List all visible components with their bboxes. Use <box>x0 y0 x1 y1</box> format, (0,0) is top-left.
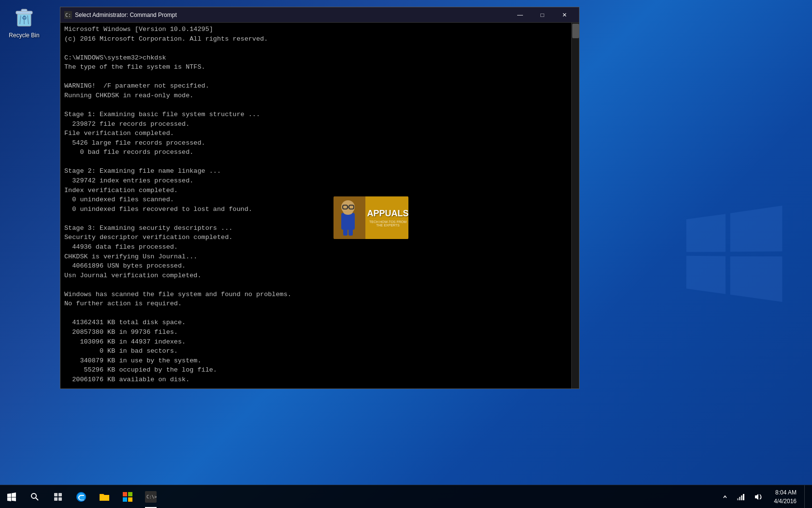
windows-logo-icon <box>7 493 16 501</box>
taskbar-apps: C:\> <box>70 485 162 508</box>
svg-rect-24 <box>128 492 132 496</box>
appuals-logo: APPUALS TECH HOW-TOS FROMTHE EXPERTS <box>334 196 408 239</box>
cmd-title-text: Select Administrator: Command Prompt <box>75 12 509 18</box>
taskbar-store[interactable] <box>116 485 139 508</box>
appuals-tagline: TECH HOW-TOS FROMTHE EXPERTS <box>369 220 406 227</box>
desktop: ♻ Recycle Bin C: Select Administrator: C… <box>0 0 812 508</box>
cmd-scrollbar[interactable] <box>571 23 579 388</box>
show-desktop-button[interactable] <box>804 485 808 508</box>
file-explorer-icon <box>99 491 110 503</box>
maximize-button[interactable]: □ <box>532 7 553 23</box>
svg-rect-21 <box>54 497 58 501</box>
svg-rect-20 <box>58 493 62 496</box>
svg-point-17 <box>31 493 36 498</box>
cmd-output[interactable]: Microsoft Windows [Version 10.0.14295] (… <box>60 23 571 388</box>
close-button[interactable]: ✕ <box>554 7 575 23</box>
svg-rect-26 <box>128 497 132 502</box>
network-icon <box>737 493 745 500</box>
cmd-titlebar-icon: C: <box>64 11 72 19</box>
svg-point-11 <box>343 209 353 215</box>
cmd-window: C: Select Administrator: Command Prompt … <box>60 7 580 389</box>
svg-rect-25 <box>123 497 127 502</box>
search-button[interactable] <box>23 485 46 508</box>
svg-rect-32 <box>743 494 744 500</box>
recycle-bin-svg: ♻ <box>13 5 36 28</box>
recycle-bin-label: Recycle Bin <box>5 32 44 40</box>
taskbar-file-explorer[interactable] <box>93 485 116 508</box>
windows-store-icon <box>122 491 133 503</box>
clock-time: 8:04 AM <box>775 488 797 497</box>
svg-rect-2 <box>21 9 27 12</box>
task-view-button[interactable] <box>46 485 70 508</box>
svg-text:C:: C: <box>65 13 71 18</box>
svg-rect-31 <box>741 495 742 500</box>
systray-volume[interactable] <box>751 485 766 508</box>
svg-rect-15 <box>343 229 348 236</box>
start-button[interactable] <box>0 485 23 508</box>
systray-overflow[interactable] <box>719 485 731 508</box>
chevron-up-icon <box>723 494 727 499</box>
svg-rect-19 <box>54 493 58 496</box>
svg-rect-23 <box>123 492 127 496</box>
svg-rect-16 <box>348 229 353 236</box>
cmd-taskbar-icon: C:\> <box>145 491 157 503</box>
svg-rect-29 <box>737 498 739 500</box>
appuals-character <box>335 198 362 237</box>
systray-network[interactable] <box>733 485 749 508</box>
cmd-titlebar: C: Select Administrator: Command Prompt … <box>60 7 579 23</box>
search-icon <box>30 493 39 501</box>
appuals-brand-text: APPUALS <box>367 209 409 219</box>
minimize-button[interactable]: — <box>509 7 531 23</box>
svg-line-18 <box>36 498 38 500</box>
recycle-bin-icon[interactable]: ♻ Recycle Bin <box>5 5 44 40</box>
svg-text:♻: ♻ <box>22 15 27 21</box>
taskbar: C:\> <box>0 485 812 508</box>
svg-rect-22 <box>58 497 62 501</box>
scrollbar-thumb[interactable] <box>572 24 579 38</box>
systray: 8:04 AM 4/4/2016 <box>715 485 812 508</box>
taskbar-clock[interactable]: 8:04 AM 4/4/2016 <box>768 485 802 508</box>
svg-rect-10 <box>341 213 355 230</box>
taskbar-cmd[interactable]: C:\> <box>139 485 162 508</box>
cmd-content-area: Microsoft Windows [Version 10.0.14295] (… <box>60 23 579 388</box>
clock-date: 4/4/2016 <box>774 497 797 506</box>
svg-rect-30 <box>739 497 740 500</box>
taskbar-edge[interactable] <box>70 485 93 508</box>
window-controls: — □ ✕ <box>509 7 575 23</box>
task-view-icon <box>54 493 62 501</box>
volume-icon <box>754 493 762 501</box>
edge-icon <box>75 491 87 503</box>
windows-watermark <box>686 206 783 302</box>
svg-text:C:\>: C:\> <box>146 494 157 499</box>
